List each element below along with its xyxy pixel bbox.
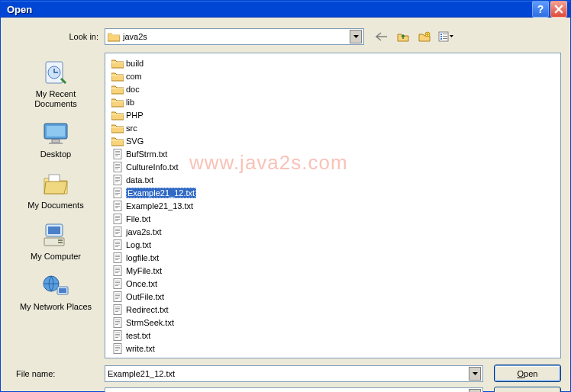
- file-item[interactable]: Example21_13.txt: [110, 199, 224, 212]
- svg-rect-3: [440, 36, 442, 37]
- file-item[interactable]: build: [110, 56, 224, 69]
- back-button[interactable]: [373, 29, 390, 44]
- file-item[interactable]: test.txt: [110, 329, 224, 342]
- file-name: data.txt: [126, 175, 153, 185]
- open-button[interactable]: Open: [494, 365, 561, 382]
- svg-rect-81: [115, 297, 120, 297]
- svg-rect-72: [115, 272, 118, 273]
- folder-icon: [111, 136, 124, 146]
- svg-rect-52: [115, 220, 118, 221]
- file-item[interactable]: lib: [110, 95, 224, 108]
- file-item[interactable]: SVG: [110, 134, 224, 147]
- file-item[interactable]: MyFile.txt: [110, 264, 224, 277]
- svg-rect-51: [115, 219, 120, 220]
- file-item[interactable]: doc: [110, 82, 224, 95]
- view-menu-button[interactable]: [437, 29, 454, 44]
- file-item[interactable]: Log.txt: [110, 238, 224, 251]
- text-file-icon: [111, 304, 124, 315]
- svg-rect-19: [58, 242, 63, 243]
- svg-rect-32: [115, 169, 118, 169]
- svg-rect-57: [115, 233, 118, 234]
- dropdown-arrow-icon[interactable]: [350, 30, 362, 43]
- file-item[interactable]: PHP: [110, 108, 224, 121]
- svg-rect-61: [115, 245, 120, 246]
- file-name: test.txt: [126, 331, 150, 340]
- svg-rect-45: [115, 204, 120, 205]
- svg-rect-5: [443, 34, 447, 34]
- svg-rect-34: [115, 177, 120, 178]
- place-recent[interactable]: My Recent Documents: [18, 59, 94, 108]
- text-file-icon: [111, 343, 124, 354]
- svg-rect-79: [115, 294, 120, 294]
- file-item[interactable]: Redirect.txt: [110, 303, 224, 316]
- svg-rect-85: [115, 308, 120, 309]
- close-button[interactable]: [550, 1, 567, 18]
- svg-rect-26: [115, 154, 120, 155]
- svg-rect-29: [115, 164, 120, 165]
- dropdown-arrow-icon[interactable]: [469, 367, 481, 381]
- files-of-type-row: Files of type: Text files (*.txt) Cancel: [7, 387, 561, 392]
- svg-rect-56: [115, 232, 120, 233]
- new-folder-button[interactable]: [416, 29, 433, 44]
- file-item[interactable]: StrmSeek.txt: [110, 316, 224, 329]
- svg-rect-86: [115, 310, 120, 310]
- file-item[interactable]: Once.txt: [110, 277, 224, 290]
- file-item[interactable]: CultureInfo.txt: [110, 160, 224, 173]
- svg-rect-102: [115, 350, 118, 351]
- svg-rect-31: [115, 167, 120, 168]
- file-item[interactable]: BufStrm.txt: [110, 147, 224, 160]
- file-item[interactable]: src: [110, 121, 224, 134]
- folder-icon: [111, 71, 124, 82]
- svg-rect-18: [58, 239, 63, 241]
- file-item[interactable]: File.txt: [110, 212, 224, 225]
- file-name: Redirect.txt: [126, 305, 169, 314]
- file-name: java2s.txt: [126, 227, 161, 236]
- folder-icon: [111, 97, 124, 108]
- svg-rect-24: [115, 151, 120, 152]
- look-in-value: java2s: [123, 32, 350, 41]
- svg-rect-37: [115, 182, 118, 182]
- text-file-icon: [111, 278, 124, 289]
- nav-toolbar: [373, 29, 454, 44]
- look-in-combo[interactable]: java2s: [105, 28, 364, 45]
- text-file-icon: [111, 227, 124, 237]
- file-item[interactable]: data.txt: [110, 173, 224, 186]
- file-item[interactable]: write.txt: [110, 342, 224, 355]
- svg-rect-75: [115, 282, 120, 283]
- file-name: BufStrm.txt: [126, 149, 167, 159]
- svg-rect-13: [49, 143, 63, 144]
- file-item[interactable]: OutFile.txt: [110, 290, 224, 303]
- file-list[interactable]: www.java2s.com buildcomdoclibPHPsrcSVGBu…: [105, 53, 561, 358]
- file-name-input[interactable]: Example21_12.txt: [105, 365, 483, 382]
- cancel-button[interactable]: Cancel: [494, 387, 561, 392]
- help-button[interactable]: ?: [532, 1, 549, 18]
- svg-rect-92: [115, 324, 118, 325]
- place-my-computer[interactable]: My Computer: [18, 221, 94, 262]
- file-item[interactable]: java2s.txt: [110, 225, 224, 238]
- titlebar[interactable]: Open ?: [1, 1, 570, 18]
- svg-rect-69: [115, 268, 120, 268]
- file-name: lib: [126, 98, 134, 107]
- dialog-body: Look in: java2s: [1, 18, 570, 392]
- file-name: OutFile.txt: [126, 292, 164, 301]
- place-desktop[interactable]: Desktop: [18, 119, 94, 159]
- svg-rect-100: [115, 347, 120, 348]
- svg-rect-80: [115, 295, 120, 296]
- files-of-type-combo[interactable]: Text files (*.txt): [105, 387, 483, 393]
- up-one-level-button[interactable]: [395, 29, 411, 44]
- place-my-documents[interactable]: My Documents: [18, 170, 94, 210]
- recent-documents-icon: [39, 59, 73, 88]
- place-network[interactable]: My Network Places: [18, 272, 94, 312]
- text-file-icon: [111, 239, 124, 250]
- svg-rect-59: [115, 242, 120, 243]
- file-item[interactable]: com: [110, 69, 224, 82]
- svg-rect-46: [115, 206, 120, 207]
- look-in-row: Look in: java2s: [7, 28, 561, 45]
- file-name: File.txt: [126, 214, 150, 223]
- svg-rect-47: [115, 207, 118, 208]
- svg-rect-90: [115, 321, 120, 322]
- svg-rect-30: [115, 165, 120, 166]
- file-item[interactable]: logfile.txt: [110, 251, 224, 264]
- file-item[interactable]: Example21_12.txt: [110, 186, 224, 199]
- dropdown-arrow-icon[interactable]: [469, 389, 481, 393]
